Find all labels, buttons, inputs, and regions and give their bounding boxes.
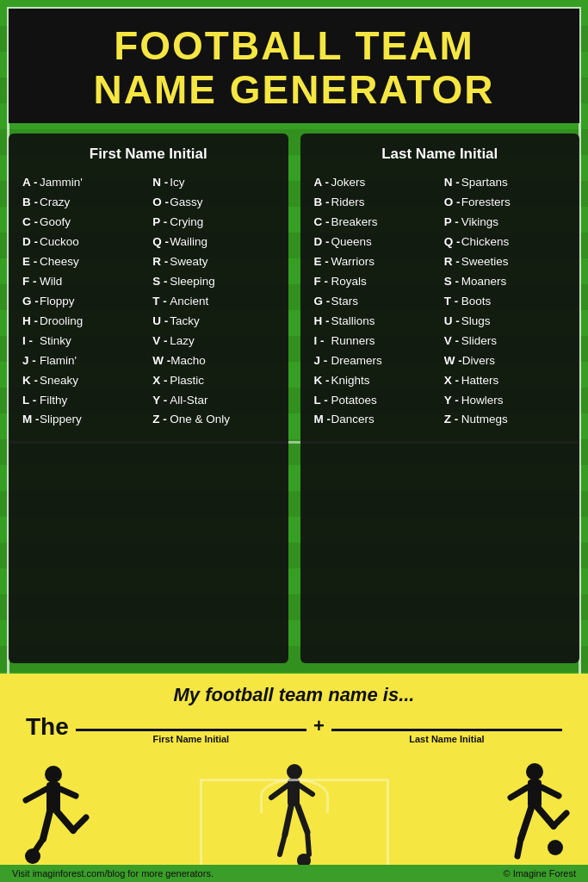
list-item: L - Potatoes (314, 391, 436, 411)
list-item: W - Macho (152, 351, 274, 371)
first-name-grid: A - Jammin' B - Crazy C - Goofy D - Cuck… (22, 173, 275, 430)
list-item: F - Royals (314, 272, 436, 292)
list-item: Z - One & Only (152, 410, 274, 430)
field-arc (260, 779, 329, 813)
last-name-left-col: A - Jokers B - Riders C - Breakers D - Q… (314, 173, 436, 430)
list-item: E - Warriors (314, 252, 436, 272)
list-item: V - Lazy (152, 332, 274, 351)
list-item: C - Breakers (314, 213, 436, 233)
bottom-section: My football team name is... The First Na… (0, 674, 588, 744)
list-item: E - Cheesy (22, 252, 144, 272)
svg-line-20 (511, 787, 528, 798)
footer-left: Visit imaginforest.com/blog for more gen… (12, 868, 214, 879)
list-item: B - Crazy (22, 193, 144, 213)
list-item: P - Vikings (444, 213, 566, 233)
list-item: C - Goofy (22, 213, 144, 233)
plus-label: + (306, 715, 331, 744)
list-item: Q - Chickens (444, 233, 566, 252)
last-name-grid: A - Jokers B - Riders C - Breakers D - Q… (314, 173, 566, 430)
first-name-heading: First Name Initial (22, 146, 275, 163)
list-item: T - Boots (444, 292, 566, 312)
list-item: W - Divers (444, 351, 566, 371)
page-title: FOOTBALL TEAM NAME GENERATOR (26, 24, 562, 111)
list-item: U - Slugs (444, 312, 566, 332)
list-item: X - Hatters (444, 371, 566, 391)
svg-line-24 (538, 808, 554, 826)
last-name-underline (331, 729, 562, 731)
svg-point-18 (526, 763, 543, 780)
svg-line-7 (73, 817, 86, 830)
list-item: O - Foresters (444, 193, 566, 213)
header: FOOTBALL TEAM NAME GENERATOR (9, 9, 579, 123)
page-wrapper: FOOTBALL TEAM NAME GENERATOR First Name … (0, 0, 588, 882)
list-item: D - Cuckoo (22, 233, 144, 252)
player-silhouette-left (9, 753, 103, 865)
list-item: T - Ancient (152, 292, 274, 312)
list-item: A - Jammin' (22, 173, 144, 193)
svg-rect-19 (528, 780, 542, 808)
list-item: V - Sliders (444, 332, 566, 351)
list-item: D - Queens (314, 233, 436, 252)
list-item: H - Drooling (22, 312, 144, 332)
silhouettes-area (0, 744, 588, 865)
svg-line-6 (57, 811, 73, 830)
list-item: J - Flamin' (22, 351, 144, 371)
list-item: B - Riders (314, 193, 436, 213)
first-name-right-col: N - Icy O - Gassy P - Crying Q - Wailing… (152, 173, 274, 430)
list-item: M - Dancers (314, 410, 436, 430)
list-item: Y - All-Star (152, 391, 274, 411)
list-item: Z - Nutmegs (444, 410, 566, 430)
footer: Visit imaginforest.com/blog for more gen… (0, 865, 588, 882)
team-name-subtitle: My football team name is... (17, 684, 571, 706)
team-name-row: The First Name Initial + Last Name Initi… (17, 713, 571, 744)
svg-line-22 (521, 808, 531, 839)
list-item: H - Stallions (314, 312, 436, 332)
last-name-right-col: N - Spartans O - Foresters P - Vikings Q… (444, 173, 566, 430)
list-item: G - Stars (314, 292, 436, 312)
list-item: M - Slippery (22, 410, 144, 430)
content: FOOTBALL TEAM NAME GENERATOR First Name … (0, 0, 588, 882)
list-item: Y - Howlers (444, 391, 566, 411)
list-item: N - Spartans (444, 173, 566, 193)
list-item: K - Sneaky (22, 371, 144, 391)
last-name-underline-group: Last Name Initial (331, 729, 562, 744)
list-item: S - Sleeping (152, 272, 274, 292)
svg-point-9 (287, 764, 302, 780)
list-item: P - Crying (152, 213, 274, 233)
list-item: U - Tacky (152, 312, 274, 332)
svg-line-25 (554, 813, 566, 826)
player-silhouette-right (485, 753, 579, 865)
list-item: N - Icy (152, 173, 274, 193)
list-item: S - Moaners (444, 272, 566, 292)
last-name-initial-label: Last Name Initial (409, 734, 484, 744)
tables-area: First Name Initial A - Jammin' B - Crazy… (0, 123, 588, 674)
list-item: I - Runners (314, 332, 436, 351)
last-name-table: Last Name Initial A - Jokers B - Riders … (300, 134, 580, 663)
svg-line-23 (517, 839, 521, 856)
list-item: O - Gassy (152, 193, 274, 213)
list-item: R - Sweaty (152, 252, 274, 272)
list-item: J - Dreamers (314, 351, 436, 371)
list-item: A - Jokers (314, 173, 436, 193)
svg-point-26 (548, 840, 563, 855)
svg-rect-1 (46, 782, 60, 812)
list-item: L - Filthy (22, 391, 144, 411)
list-item: G - Floppy (22, 292, 144, 312)
svg-point-0 (45, 766, 62, 783)
svg-line-2 (26, 789, 46, 800)
first-name-left-col: A - Jammin' B - Crazy C - Goofy D - Cuck… (22, 173, 144, 430)
svg-line-3 (60, 789, 76, 796)
last-name-heading: Last Name Initial (314, 146, 566, 163)
first-name-table: First Name Initial A - Jammin' B - Crazy… (9, 134, 288, 663)
list-item: R - Sweeties (444, 252, 566, 272)
list-item: X - Plastic (152, 371, 274, 391)
svg-point-8 (25, 848, 40, 864)
first-name-initial-label: First Name Initial (153, 734, 230, 744)
the-label: The (26, 713, 69, 744)
first-name-underline (76, 729, 306, 731)
footer-right: © Imagine Forest (503, 868, 576, 879)
list-item: K - Knights (314, 371, 436, 391)
list-item: I - Stinky (22, 332, 144, 351)
svg-line-21 (542, 787, 559, 796)
svg-line-4 (43, 811, 50, 839)
